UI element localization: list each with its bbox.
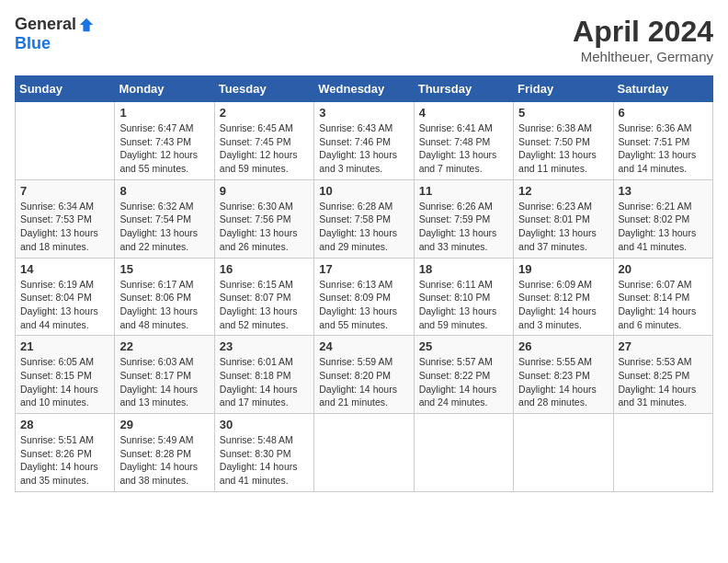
day-info: Sunrise: 6:32 AM Sunset: 7:54 PM Dayligh…	[119, 200, 209, 254]
calendar-week-row: 14Sunrise: 6:19 AM Sunset: 8:04 PM Dayli…	[16, 258, 713, 336]
title-section: April 2024 Mehltheuer, Germany	[573, 15, 713, 64]
day-number: 22	[119, 339, 209, 353]
day-info: Sunrise: 6:19 AM Sunset: 8:04 PM Dayligh…	[20, 278, 109, 332]
day-info: Sunrise: 6:09 AM Sunset: 8:12 PM Dayligh…	[518, 278, 608, 332]
day-number: 27	[619, 339, 708, 353]
calendar-cell: 8Sunrise: 6:32 AM Sunset: 7:54 PM Daylig…	[115, 179, 214, 258]
day-number: 14	[20, 262, 109, 276]
day-info: Sunrise: 5:48 AM Sunset: 8:30 PM Dayligh…	[220, 433, 309, 488]
page-header: General Blue April 2024 Mehltheuer, Germ…	[15, 15, 713, 64]
calendar-cell: 3Sunrise: 6:43 AM Sunset: 7:46 PM Daylig…	[314, 102, 414, 180]
day-of-week-header: Saturday	[613, 76, 712, 102]
day-info: Sunrise: 6:41 AM Sunset: 7:48 PM Dayligh…	[419, 121, 508, 176]
calendar-cell: 9Sunrise: 6:30 AM Sunset: 7:56 PM Daylig…	[214, 179, 313, 258]
day-info: Sunrise: 6:21 AM Sunset: 8:02 PM Dayligh…	[619, 200, 708, 254]
day-info: Sunrise: 5:59 AM Sunset: 8:20 PM Dayligh…	[319, 355, 408, 409]
day-number: 17	[319, 262, 408, 276]
calendar-cell: 10Sunrise: 6:28 AM Sunset: 7:58 PM Dayli…	[314, 179, 414, 258]
calendar-cell: 20Sunrise: 6:07 AM Sunset: 8:14 PM Dayli…	[613, 258, 712, 336]
logo-icon	[78, 17, 95, 33]
calendar-header-row: SundayMondayTuesdayWednesdayThursdayFrid…	[16, 76, 713, 102]
day-of-week-header: Sunday	[16, 76, 115, 102]
calendar-cell: 17Sunrise: 6:13 AM Sunset: 8:09 PM Dayli…	[314, 258, 414, 336]
day-number: 26	[518, 339, 608, 353]
day-number: 28	[20, 418, 109, 431]
day-info: Sunrise: 6:15 AM Sunset: 8:07 PM Dayligh…	[220, 278, 309, 332]
day-number: 21	[20, 339, 109, 353]
calendar-cell: 15Sunrise: 6:17 AM Sunset: 8:06 PM Dayli…	[115, 258, 214, 336]
day-number: 1	[119, 106, 209, 120]
day-info: Sunrise: 6:38 AM Sunset: 7:50 PM Dayligh…	[518, 121, 608, 176]
day-of-week-header: Wednesday	[314, 76, 414, 102]
day-info: Sunrise: 6:43 AM Sunset: 7:46 PM Dayligh…	[319, 121, 408, 176]
day-number: 11	[419, 184, 508, 198]
calendar-table: SundayMondayTuesdayWednesdayThursdayFrid…	[15, 75, 713, 492]
calendar-cell: 2Sunrise: 6:45 AM Sunset: 7:45 PM Daylig…	[214, 102, 313, 180]
day-info: Sunrise: 6:13 AM Sunset: 8:09 PM Dayligh…	[319, 278, 408, 332]
calendar-cell: 18Sunrise: 6:11 AM Sunset: 8:10 PM Dayli…	[414, 258, 513, 336]
calendar-cell: 16Sunrise: 6:15 AM Sunset: 8:07 PM Dayli…	[214, 258, 313, 336]
calendar-cell: 12Sunrise: 6:23 AM Sunset: 8:01 PM Dayli…	[514, 179, 613, 258]
day-info: Sunrise: 6:47 AM Sunset: 7:43 PM Dayligh…	[119, 121, 209, 176]
day-of-week-header: Thursday	[414, 76, 513, 102]
day-info: Sunrise: 6:26 AM Sunset: 7:59 PM Dayligh…	[419, 200, 508, 254]
logo-blue-text: Blue	[15, 34, 51, 53]
calendar-cell: 1Sunrise: 6:47 AM Sunset: 7:43 PM Daylig…	[115, 102, 214, 180]
day-number: 20	[619, 262, 708, 276]
logo: General Blue	[15, 15, 95, 53]
day-of-week-header: Friday	[514, 76, 613, 102]
calendar-cell: 14Sunrise: 6:19 AM Sunset: 8:04 PM Dayli…	[16, 258, 115, 336]
day-of-week-header: Tuesday	[214, 76, 313, 102]
day-info: Sunrise: 6:17 AM Sunset: 8:06 PM Dayligh…	[119, 278, 209, 332]
calendar-cell: 11Sunrise: 6:26 AM Sunset: 7:59 PM Dayli…	[414, 179, 513, 258]
day-number: 4	[419, 106, 508, 120]
calendar-cell: 24Sunrise: 5:59 AM Sunset: 8:20 PM Dayli…	[314, 336, 414, 414]
logo-general-text: General	[15, 15, 76, 34]
day-info: Sunrise: 5:57 AM Sunset: 8:22 PM Dayligh…	[419, 355, 508, 409]
calendar-cell: 26Sunrise: 5:55 AM Sunset: 8:23 PM Dayli…	[514, 336, 613, 414]
day-number: 10	[319, 184, 408, 198]
calendar-week-row: 28Sunrise: 5:51 AM Sunset: 8:26 PM Dayli…	[16, 414, 713, 492]
day-number: 18	[419, 262, 508, 276]
day-info: Sunrise: 6:45 AM Sunset: 7:45 PM Dayligh…	[220, 121, 309, 176]
calendar-cell	[16, 102, 115, 180]
day-info: Sunrise: 6:36 AM Sunset: 7:51 PM Dayligh…	[619, 121, 708, 176]
day-info: Sunrise: 5:49 AM Sunset: 8:28 PM Dayligh…	[119, 433, 209, 488]
day-info: Sunrise: 6:11 AM Sunset: 8:10 PM Dayligh…	[419, 278, 508, 332]
calendar-cell: 23Sunrise: 6:01 AM Sunset: 8:18 PM Dayli…	[214, 336, 313, 414]
day-info: Sunrise: 6:34 AM Sunset: 7:53 PM Dayligh…	[20, 200, 109, 254]
month-title: April 2024	[573, 15, 713, 49]
calendar-cell: 4Sunrise: 6:41 AM Sunset: 7:48 PM Daylig…	[414, 102, 513, 180]
calendar-cell: 6Sunrise: 6:36 AM Sunset: 7:51 PM Daylig…	[613, 102, 712, 180]
day-info: Sunrise: 6:07 AM Sunset: 8:14 PM Dayligh…	[619, 278, 708, 332]
day-number: 5	[518, 106, 608, 120]
day-number: 3	[319, 106, 408, 120]
day-number: 8	[119, 184, 209, 198]
day-info: Sunrise: 6:23 AM Sunset: 8:01 PM Dayligh…	[518, 200, 608, 254]
day-number: 9	[220, 184, 309, 198]
day-number: 12	[518, 184, 608, 198]
calendar-cell: 28Sunrise: 5:51 AM Sunset: 8:26 PM Dayli…	[16, 414, 115, 492]
calendar-cell	[514, 414, 613, 492]
calendar-cell: 25Sunrise: 5:57 AM Sunset: 8:22 PM Dayli…	[414, 336, 513, 414]
day-info: Sunrise: 6:03 AM Sunset: 8:17 PM Dayligh…	[119, 355, 209, 409]
day-number: 13	[619, 184, 708, 198]
day-number: 2	[220, 106, 309, 120]
svg-marker-0	[80, 17, 93, 30]
day-number: 29	[119, 418, 209, 431]
day-info: Sunrise: 6:05 AM Sunset: 8:15 PM Dayligh…	[20, 355, 109, 409]
day-number: 7	[20, 184, 109, 198]
day-number: 30	[220, 418, 309, 431]
calendar-week-row: 21Sunrise: 6:05 AM Sunset: 8:15 PM Dayli…	[16, 336, 713, 414]
calendar-week-row: 7Sunrise: 6:34 AM Sunset: 7:53 PM Daylig…	[16, 179, 713, 258]
day-info: Sunrise: 5:51 AM Sunset: 8:26 PM Dayligh…	[20, 433, 109, 488]
day-info: Sunrise: 6:01 AM Sunset: 8:18 PM Dayligh…	[220, 355, 309, 409]
day-number: 15	[119, 262, 209, 276]
location-subtitle: Mehltheuer, Germany	[573, 49, 713, 64]
calendar-cell: 13Sunrise: 6:21 AM Sunset: 8:02 PM Dayli…	[613, 179, 712, 258]
day-number: 19	[518, 262, 608, 276]
day-number: 24	[319, 339, 408, 353]
day-number: 6	[619, 106, 708, 120]
calendar-cell	[613, 414, 712, 492]
day-of-week-header: Monday	[115, 76, 214, 102]
